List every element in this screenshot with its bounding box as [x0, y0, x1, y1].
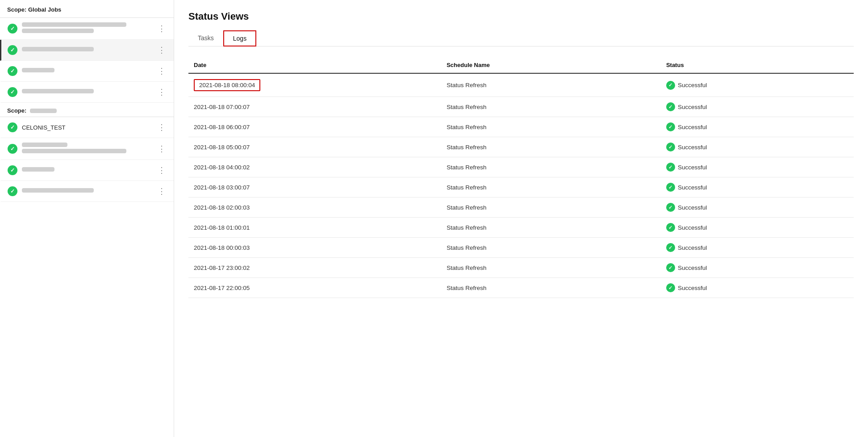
cell-date: 2021-08-18 08:00:04 [188, 73, 441, 97]
item-label-g1-3 [22, 68, 152, 74]
sidebar-item-g2-4[interactable]: ⋮ [0, 181, 174, 202]
item-bar [22, 149, 126, 153]
col-header-date: Date [188, 57, 441, 73]
cell-status: Successful [661, 137, 854, 157]
check-icon-g2-3 [8, 165, 17, 175]
item-menu-g2-2[interactable]: ⋮ [155, 143, 168, 155]
cell-status: Successful [661, 157, 854, 177]
sidebar-item-g2-3[interactable]: ⋮ [0, 160, 174, 181]
check-icon-g2-2 [8, 144, 17, 154]
table-row[interactable]: 2021-08-18 07:00:07Status RefreshSuccess… [188, 97, 854, 117]
success-icon [666, 203, 675, 212]
table-row[interactable]: 2021-08-18 06:00:07Status RefreshSuccess… [188, 117, 854, 137]
sidebar-item-g1-4[interactable]: ⋮ [0, 82, 174, 103]
table-row[interactable]: 2021-08-18 02:00:03Status RefreshSuccess… [188, 197, 854, 218]
item-bar [22, 68, 54, 72]
table-row[interactable]: 2021-08-18 00:00:03Status RefreshSuccess… [188, 238, 854, 258]
cell-status: Successful [661, 73, 854, 97]
cell-schedule: Status Refresh [441, 97, 661, 117]
highlighted-date: 2021-08-18 08:00:04 [194, 79, 260, 91]
tab-tasks[interactable]: Tasks [188, 30, 223, 46]
table-row[interactable]: 2021-08-17 23:00:02Status RefreshSuccess… [188, 258, 854, 278]
table-row[interactable]: 2021-08-18 05:00:07Status RefreshSuccess… [188, 137, 854, 157]
cell-date: 2021-08-18 03:00:07 [188, 177, 441, 197]
item-label-g1-2 [22, 47, 152, 53]
success-icon [666, 81, 675, 90]
cell-schedule: Status Refresh [441, 117, 661, 137]
success-icon [666, 283, 675, 292]
sidebar-item-g2-2[interactable]: ⋮ [0, 138, 174, 160]
cell-date: 2021-08-18 06:00:07 [188, 117, 441, 137]
check-icon-g1-2 [8, 45, 17, 55]
scope2-prefix: Scope: [7, 107, 26, 114]
item-label-g2-1: CELONIS_TEST [22, 124, 152, 131]
cell-schedule: Status Refresh [441, 157, 661, 177]
cell-status: Successful [661, 238, 854, 258]
status-text: Successful [678, 265, 707, 271]
cell-date: 2021-08-18 07:00:07 [188, 97, 441, 117]
status-text: Successful [678, 144, 707, 151]
status-text: Successful [678, 244, 707, 251]
tab-logs[interactable]: Logs [223, 30, 256, 46]
item-label-g1-1 [22, 22, 152, 35]
sidebar-item-g1-2[interactable]: ⋮ [0, 40, 174, 61]
success-icon [666, 122, 675, 131]
scope2-name-bar [30, 109, 57, 113]
sidebar-item-g1-3[interactable]: ⋮ [0, 61, 174, 82]
status-text: Successful [678, 184, 707, 191]
cell-date: 2021-08-17 23:00:02 [188, 258, 441, 278]
cell-status: Successful [661, 117, 854, 137]
item-menu-g1-3[interactable]: ⋮ [155, 65, 168, 77]
item-menu-g1-1[interactable]: ⋮ [155, 23, 168, 34]
status-text: Successful [678, 285, 707, 291]
success-icon [666, 223, 675, 232]
item-bar [22, 188, 94, 193]
table-row[interactable]: 2021-08-18 03:00:07Status RefreshSuccess… [188, 177, 854, 197]
scope1-label: Scope: Global Jobs [0, 0, 174, 18]
status-text: Successful [678, 224, 707, 231]
status-text: Successful [678, 164, 707, 171]
sidebar-item-g1-1[interactable]: ⋮ [0, 18, 174, 40]
item-menu-g2-1[interactable]: ⋮ [155, 122, 168, 133]
cell-date: 2021-08-18 04:00:02 [188, 157, 441, 177]
item-menu-g2-4[interactable]: ⋮ [155, 185, 168, 197]
log-table: Date Schedule Name Status 2021-08-18 08:… [188, 57, 854, 298]
check-icon-g1-3 [8, 66, 17, 76]
item-label-g2-2 [22, 143, 152, 155]
scope2-label: Scope: [0, 103, 174, 117]
cell-schedule: Status Refresh [441, 218, 661, 238]
table-row[interactable]: 2021-08-17 22:00:05Status RefreshSuccess… [188, 278, 854, 298]
cell-status: Successful [661, 97, 854, 117]
cell-status: Successful [661, 177, 854, 197]
item-label-g1-4 [22, 89, 152, 95]
cell-date: 2021-08-18 00:00:03 [188, 238, 441, 258]
table-row[interactable]: 2021-08-18 04:00:02Status RefreshSuccess… [188, 157, 854, 177]
cell-status: Successful [661, 258, 854, 278]
status-text: Successful [678, 204, 707, 211]
cell-schedule: Status Refresh [441, 238, 661, 258]
cell-date: 2021-08-18 01:00:01 [188, 218, 441, 238]
status-text: Successful [678, 104, 707, 110]
status-text: Successful [678, 82, 707, 88]
success-icon [666, 163, 675, 172]
success-icon [666, 243, 675, 252]
item-label-g2-3 [22, 167, 152, 173]
success-icon [666, 263, 675, 272]
check-icon-g1-4 [8, 87, 17, 97]
sidebar: Scope: Global Jobs ⋮ ⋮ ⋮ ⋮ Scope: [0, 0, 174, 437]
check-icon-g1-1 [8, 24, 17, 34]
cell-date: 2021-08-18 02:00:03 [188, 197, 441, 218]
table-row[interactable]: 2021-08-18 01:00:01Status RefreshSuccess… [188, 218, 854, 238]
item-bar [22, 143, 67, 147]
item-menu-g2-3[interactable]: ⋮ [155, 164, 168, 176]
check-icon-g2-4 [8, 186, 17, 196]
sidebar-item-g2-1[interactable]: CELONIS_TEST ⋮ [0, 117, 174, 138]
cell-schedule: Status Refresh [441, 137, 661, 157]
success-icon [666, 183, 675, 192]
item-menu-g1-4[interactable]: ⋮ [155, 86, 168, 98]
status-text: Successful [678, 124, 707, 130]
item-menu-g1-2[interactable]: ⋮ [155, 44, 168, 56]
item-bar [22, 167, 54, 172]
table-row[interactable]: 2021-08-18 08:00:04Status RefreshSuccess… [188, 73, 854, 97]
page-title: Status Views [188, 11, 854, 22]
